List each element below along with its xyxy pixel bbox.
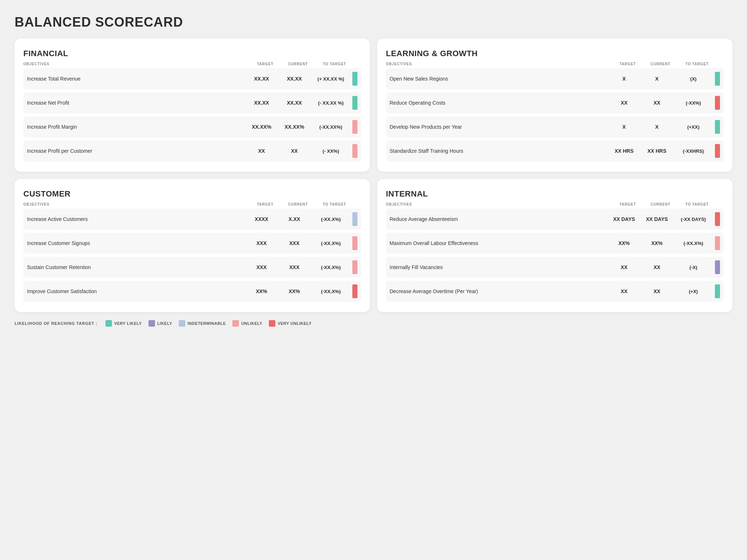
legend-item-4: VERY UNLIKELY [269, 320, 311, 327]
financial-row-1: Increase Net ProfitXX.XXXX.XX(- XX.XX %) [23, 92, 361, 113]
legend: LIKELIHOOD OF REACHING TARGET :VERY LIKE… [15, 320, 732, 327]
internal-row-1-current: XX% [640, 240, 673, 246]
internal-row-2-bar [715, 260, 720, 274]
internal-row-3-label: Decrease Average Overtime (Per Year) [390, 288, 608, 295]
customer-col-header-0: OBJECTIVES [23, 202, 249, 206]
card-financial: FINANCIALOBJECTIVESTARGETCURRENTTO TARGE… [15, 39, 370, 172]
legend-item-2: INDETERMINABLE [179, 320, 226, 327]
customer-col-headers: OBJECTIVESTARGETCURRENTTO TARGET [23, 202, 361, 206]
internal-row-3: Decrease Average Overtime (Per Year)XXXX… [386, 281, 724, 302]
financial-col-header-2: CURRENT [282, 62, 314, 66]
page-title: BALANCED SCORECARD [15, 15, 732, 30]
internal-row-1-totarget: (-XX.X%) [673, 241, 713, 246]
financial-row-2-bar [352, 120, 357, 134]
learning-row-2: Develop New Products per YearXX(+XX) [386, 116, 724, 137]
customer-col-header-2: CURRENT [282, 202, 314, 206]
customer-row-2-current: XXX [278, 264, 311, 270]
learning-col-header-3: TO TARGET [677, 62, 717, 66]
customer-row-3-label: Improve Customer Satisfaction [27, 288, 245, 295]
customer-row-0-bar [352, 212, 357, 226]
internal-row-3-current: XX [640, 288, 673, 294]
customer-row-0: Increase Active CustomersXXXXX.XX(-XX.X%… [23, 209, 361, 230]
internal-row-1-target: XX% [608, 240, 640, 246]
internal-row-0: Reduce Average AbsenteeismXX DAYSXX DAYS… [386, 209, 724, 230]
financial-col-headers: OBJECTIVESTARGETCURRENTTO TARGET [23, 62, 361, 66]
learning-row-3-current: XX HRS [640, 148, 673, 154]
customer-row-2-target: XXX [245, 264, 278, 270]
customer-row-3-totarget: (-XX.X%) [311, 289, 351, 294]
learning-col-headers: OBJECTIVESTARGETCURRENTTO TARGET [386, 62, 724, 66]
card-internal: INTERNALOBJECTIVESTARGETCURRENTTO TARGET… [377, 179, 732, 312]
learning-row-0-current: X [640, 76, 673, 82]
internal-row-2-totarget: (-X) [673, 265, 713, 270]
financial-row-0-current: XX.XX [278, 76, 311, 82]
learning-row-0-totarget: (X) [673, 76, 713, 82]
card-customer: CUSTOMEROBJECTIVESTARGETCURRENTTO TARGET… [15, 179, 370, 312]
learning-row-0-label: Open New Sales Regions [390, 75, 608, 82]
card-learning: LEARNING & GROWTHOBJECTIVESTARGETCURRENT… [377, 39, 732, 172]
financial-row-2-totarget: (-XX.XX%) [311, 124, 351, 130]
learning-row-1: Reduce Operating CostsXXXX(-XX%) [386, 92, 724, 113]
financial-row-3-label: Increase Profit per Customer [27, 148, 245, 154]
legend-item-1: LIKELY [148, 320, 172, 327]
financial-row-3-totarget: (- XX%) [311, 148, 351, 154]
scorecard-grid: FINANCIALOBJECTIVESTARGETCURRENTTO TARGE… [15, 39, 732, 312]
customer-row-3: Improve Customer SatisfactionXX%XX%(-XX.… [23, 281, 361, 302]
financial-row-3-current: XX [278, 148, 311, 154]
internal-row-0-current: XX DAYS [640, 216, 673, 222]
customer-row-1: Increase Customer SignupsXXXXXX(-XX.X%) [23, 233, 361, 254]
learning-row-0: Open New Sales RegionsXX(X) [386, 68, 724, 89]
internal-row-0-label: Reduce Average Absenteeism [390, 216, 608, 222]
learning-row-2-label: Develop New Products per Year [390, 124, 608, 130]
financial-row-0-totarget: (+ XX.XX %) [311, 76, 351, 82]
learning-row-1-totarget: (-XX%) [673, 100, 713, 106]
legend-prefix: LIKELIHOOD OF REACHING TARGET : [15, 321, 97, 326]
customer-row-1-label: Increase Customer Signups [27, 240, 245, 246]
financial-row-1-target: XX.XX [245, 100, 278, 106]
financial-title: FINANCIAL [23, 49, 361, 58]
financial-col-header-1: TARGET [249, 62, 282, 66]
learning-row-0-target: X [608, 76, 640, 82]
internal-row-2-current: XX [640, 264, 673, 270]
internal-row-3-totarget: (+X) [673, 289, 713, 294]
customer-row-2: Sustain Customer RetentionXXXXXX(-XX.X%) [23, 257, 361, 278]
financial-col-header-3: TO TARGET [314, 62, 355, 66]
learning-col-header-0: OBJECTIVES [386, 62, 611, 66]
legend-dot-3 [232, 320, 239, 327]
financial-row-0: Increase Total RevenueXX.XXXX.XX(+ XX.XX… [23, 68, 361, 89]
internal-row-3-target: XX [608, 288, 640, 294]
internal-row-1-bar [715, 236, 720, 250]
customer-row-1-totarget: (-XX.X%) [311, 241, 351, 246]
financial-row-3-bar [352, 144, 357, 158]
customer-row-0-current: X.XX [278, 216, 311, 222]
customer-row-3-current: XX% [278, 288, 311, 294]
learning-row-2-current: X [640, 124, 673, 130]
legend-dot-4 [269, 320, 275, 327]
customer-row-2-label: Sustain Customer Retention [27, 264, 245, 271]
customer-row-0-label: Increase Active Customers [27, 216, 245, 222]
financial-row-0-label: Increase Total Revenue [27, 75, 245, 82]
customer-row-2-totarget: (-XX.X%) [311, 265, 351, 270]
financial-row-0-bar [352, 72, 357, 86]
financial-row-1-bar [352, 96, 357, 110]
learning-row-3: Standardize Staff Training HoursXX HRSXX… [386, 140, 724, 162]
learning-row-1-current: XX [640, 100, 673, 106]
customer-row-1-current: XXX [278, 240, 311, 246]
financial-row-3: Increase Profit per CustomerXXXX(- XX%) [23, 140, 361, 162]
customer-row-3-bar [352, 284, 357, 298]
learning-row-2-bar [715, 120, 720, 134]
financial-row-2-label: Increase Profit Margin [27, 124, 245, 130]
legend-dot-2 [179, 320, 185, 327]
internal-col-header-2: CURRENT [644, 202, 677, 206]
customer-row-1-bar [352, 236, 357, 250]
financial-row-1-totarget: (- XX.XX %) [311, 100, 351, 106]
customer-title: CUSTOMER [23, 189, 361, 199]
internal-col-header-0: OBJECTIVES [386, 202, 611, 206]
customer-row-0-target: XXXX [245, 216, 278, 222]
legend-item-3: UNLIKELY [232, 320, 262, 327]
learning-col-header-2: CURRENT [644, 62, 677, 66]
internal-row-1: Maximum Overall Labour EffectivenessXX%X… [386, 233, 724, 254]
internal-row-0-bar [715, 212, 720, 226]
financial-row-2-target: XX.XX% [245, 124, 278, 130]
learning-title: LEARNING & GROWTH [386, 49, 724, 58]
